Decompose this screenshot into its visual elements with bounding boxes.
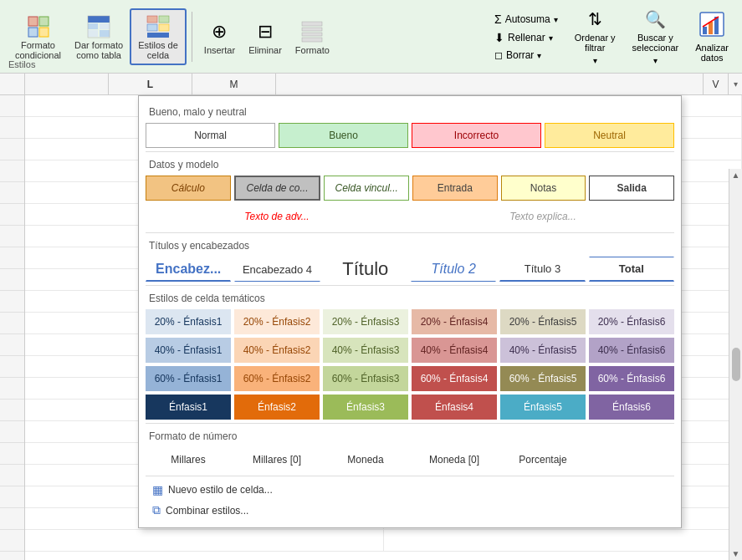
scroll-up-arrow[interactable]: ▲	[732, 171, 740, 180]
style-millares0[interactable]: Millares [0]	[234, 447, 320, 472]
style-encabezado4[interactable]: Encabezado 4	[234, 257, 320, 282]
combinar-estilos-button[interactable]: ⧉ Combinar estilos...	[146, 500, 674, 521]
svg-rect-15	[302, 22, 322, 26]
formato-button[interactable]: Formato	[289, 15, 336, 59]
vertical-scrollbar[interactable]: ▲ ▼	[729, 169, 742, 560]
nuevo-estilo-label: Nuevo estilo de celda...	[168, 484, 273, 496]
svg-rect-12	[147, 24, 157, 31]
scroll-thumb[interactable]	[732, 348, 740, 381]
style-celda-vinculada[interactable]: Celda vincul...	[324, 176, 409, 201]
style-titulo2[interactable]: Título 2	[411, 257, 496, 282]
style-40-enfasis2[interactable]: 40% - Énfasis2	[234, 338, 320, 363]
analizar-label: Analizardatos	[695, 43, 729, 63]
style-40-enfasis3[interactable]: 40% - Énfasis3	[323, 338, 408, 363]
style-20-enfasis1[interactable]: 20% - Énfasis1	[146, 309, 231, 334]
svg-rect-7	[88, 30, 98, 37]
nuevo-estilo-button[interactable]: ▦ Nuevo estilo de celda...	[146, 480, 674, 500]
style-20-enfasis4[interactable]: 20% - Énfasis4	[412, 309, 497, 334]
eliminar-icon: ⊟	[252, 18, 279, 45]
style-60-enfasis2[interactable]: 60% - Énfasis2	[234, 366, 320, 391]
col-header-M[interactable]: M	[192, 74, 276, 94]
style-neutral[interactable]: Neutral	[545, 123, 674, 148]
ordenar-filtrar-button[interactable]: ⇅ Ordenar yfiltrar ▾	[570, 8, 621, 67]
col-header-L[interactable]: L	[109, 74, 192, 94]
row-num-8	[0, 247, 24, 269]
style-bueno[interactable]: Bueno	[279, 123, 408, 148]
section-title-titulos: Títulos y encabezados	[146, 237, 674, 257]
row-num-4	[0, 160, 24, 182]
style-60-enfasis3[interactable]: 60% - Énfasis3	[323, 366, 408, 391]
style-enfasis4[interactable]: Énfasis4	[412, 395, 497, 420]
style-salida[interactable]: Salida	[589, 176, 674, 201]
style-calculo[interactable]: Cálculo	[146, 176, 231, 201]
style-millares[interactable]: Millares	[146, 447, 231, 472]
style-40-enfasis1[interactable]: 40% - Énfasis1	[146, 338, 231, 363]
insertar-label: Insertar	[204, 45, 235, 55]
rellenar-button[interactable]: ⬇ Rellenar ▾	[489, 29, 563, 46]
borrar-button[interactable]: ◻ Borrar ▾	[489, 48, 563, 63]
style-20-enfasis6[interactable]: 20% - Énfasis6	[589, 309, 674, 334]
row-num-19	[0, 486, 24, 508]
svg-rect-17	[302, 33, 322, 36]
style-enfasis3[interactable]: Énfasis3	[323, 395, 408, 420]
style-titulo3[interactable]: Título 3	[499, 257, 585, 282]
divider-4	[146, 423, 674, 424]
style-enfasis2[interactable]: Énfasis2	[234, 395, 320, 420]
autosuma-button[interactable]: Σ Autosuma ▾	[489, 11, 563, 28]
row-num-11	[0, 313, 24, 334]
estilos-celda-label: Estilos de celda	[138, 40, 178, 60]
style-enfasis5[interactable]: Énfasis5	[500, 395, 586, 420]
divider-3	[146, 285, 674, 286]
col-header-empty1[interactable]	[25, 74, 109, 94]
autosuma-label: Autosuma	[505, 13, 550, 25]
nuevo-estilo-icon: ▦	[152, 483, 163, 496]
row-num-17	[0, 443, 24, 465]
style-incorrecto[interactable]: Incorrecto	[412, 123, 541, 148]
style-60-enfasis5[interactable]: 60% - Énfasis5	[500, 366, 586, 391]
style-20-enfasis2[interactable]: 20% - Énfasis2	[234, 309, 320, 334]
estilos-celda-button[interactable]: Estilos de celda	[130, 8, 187, 65]
eliminar-button[interactable]: ⊟ Eliminar	[242, 15, 289, 59]
dar-formato-tabla-button[interactable]: Dar formato como tabla	[68, 10, 130, 64]
style-entrada[interactable]: Entrada	[412, 176, 498, 201]
style-texto-advertencia[interactable]: Texto de adv...	[146, 204, 408, 229]
scroll-down-arrow[interactable]: ▼	[732, 549, 740, 558]
style-moneda0[interactable]: Moneda [0]	[412, 447, 497, 472]
col-header-V[interactable]: V	[704, 74, 729, 94]
svg-rect-10	[147, 16, 157, 23]
style-20-enfasis3[interactable]: 20% - Énfasis3	[323, 309, 408, 334]
style-notas[interactable]: Notas	[501, 176, 586, 201]
datos-modelo-row: Cálculo Celda de co... Celda vincul... E…	[146, 176, 674, 201]
style-60-enfasis1[interactable]: 60% - Énfasis1	[146, 366, 231, 391]
row-num-16	[0, 421, 24, 443]
style-enfasis6[interactable]: Énfasis6	[589, 395, 674, 420]
style-texto-explicacion[interactable]: Texto explica...	[412, 204, 674, 229]
row-numbers	[0, 95, 25, 560]
style-40-enfasis4[interactable]: 40% - Énfasis4	[412, 338, 497, 363]
style-porcentaje[interactable]: Porcentaje	[500, 447, 586, 472]
section-title-bueno-malo: Bueno, malo y neutral	[146, 103, 674, 123]
style-60-enfasis4[interactable]: 60% - Énfasis4	[412, 366, 497, 391]
svg-rect-3	[39, 28, 49, 37]
style-40-enfasis5[interactable]: 40% - Énfasis5	[500, 338, 586, 363]
style-enfasis1[interactable]: Énfasis1	[146, 395, 231, 420]
style-40-enfasis6[interactable]: 40% - Énfasis6	[589, 338, 674, 363]
style-titulo[interactable]: Título	[324, 257, 407, 282]
style-20-enfasis5[interactable]: 20% - Énfasis5	[500, 309, 586, 334]
buscar-chevron: ▾	[653, 56, 658, 65]
style-normal[interactable]: Normal	[146, 123, 275, 148]
style-60-enfasis6[interactable]: 60% - Énfasis6	[589, 366, 674, 391]
style-total[interactable]: Total	[589, 257, 674, 282]
style-celda-co[interactable]: Celda de co...	[234, 176, 321, 201]
formato-condicional-icon	[25, 13, 52, 40]
insertar-button[interactable]: ⊕ Insertar	[197, 15, 242, 59]
row-num-13	[0, 356, 24, 378]
analizar-datos-button[interactable]: Analizardatos	[690, 10, 734, 64]
row-header-corner	[0, 74, 25, 94]
style-encabezado[interactable]: Encabez...	[146, 257, 231, 282]
buscar-seleccionar-button[interactable]: 🔍 Buscar yseleccionar ▾	[627, 8, 684, 67]
formato-condicional-button[interactable]: Formato condicional	[8, 10, 68, 64]
section-title-formato-numero: Formato de número	[146, 427, 674, 447]
style-moneda[interactable]: Moneda	[323, 447, 408, 472]
borrar-icon: ◻	[494, 49, 503, 61]
